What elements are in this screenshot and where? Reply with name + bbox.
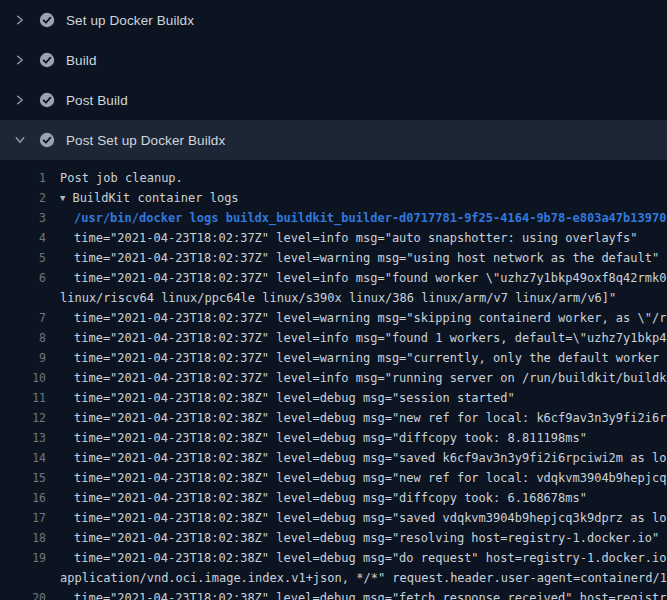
step-header-setup-docker-buildx[interactable]: Set up Docker Buildx (0, 0, 667, 40)
line-number[interactable]: 3 (0, 208, 46, 228)
step-title: Post Build (66, 93, 128, 108)
log-line: 8 time="2021-04-23T18:02:37Z" level=info… (0, 328, 667, 348)
chevron-right-icon[interactable] (12, 52, 28, 68)
line-number[interactable]: 8 (0, 328, 46, 348)
log-text: time="2021-04-23T18:02:38Z" level=debug … (74, 468, 667, 488)
chevron-down-icon[interactable] (12, 132, 28, 148)
line-number[interactable]: 16 (0, 488, 46, 508)
log-line: 10 time="2021-04-23T18:02:37Z" level=inf… (0, 368, 667, 388)
log-text: time="2021-04-23T18:02:38Z" level=debug … (74, 488, 587, 508)
log-text: application/vnd.oci.image.index.v1+json,… (60, 568, 667, 588)
step-title: Build (66, 53, 97, 68)
step-header-build[interactable]: Build (0, 40, 667, 80)
line-number[interactable]: 4 (0, 228, 46, 248)
line-number[interactable]: 9 (0, 348, 46, 368)
check-circle-icon (39, 132, 55, 148)
log-text: time="2021-04-23T18:02:37Z" level=info m… (74, 228, 638, 248)
log-line: 3 /usr/bin/docker logs buildx_buildkit_b… (0, 208, 667, 228)
chevron-right-icon[interactable] (12, 12, 28, 28)
check-circle-icon (39, 12, 55, 28)
chevron-right-icon[interactable] (12, 92, 28, 108)
log-text: time="2021-04-23T18:02:38Z" level=debug … (74, 588, 667, 600)
log-line: 20 time="2021-04-23T18:02:38Z" level=deb… (0, 588, 667, 600)
check-circle-icon (39, 92, 55, 108)
log-group-title[interactable]: BuildKit container logs (72, 191, 238, 205)
line-number[interactable] (0, 288, 46, 308)
log-text: time="2021-04-23T18:02:37Z" level=info m… (74, 268, 667, 288)
line-number[interactable]: 19 (0, 548, 46, 568)
log-line: 13 time="2021-04-23T18:02:38Z" level=deb… (0, 428, 667, 448)
log-line: 6 time="2021-04-23T18:02:37Z" level=info… (0, 268, 667, 288)
log-text: time="2021-04-23T18:02:38Z" level=debug … (74, 528, 659, 548)
log-line: 9 time="2021-04-23T18:02:37Z" level=warn… (0, 348, 667, 368)
log-line: 12 time="2021-04-23T18:02:38Z" level=deb… (0, 408, 667, 428)
line-number[interactable]: 1 (0, 168, 46, 188)
log-text: time="2021-04-23T18:02:38Z" level=debug … (74, 508, 667, 528)
check-circle-icon (39, 52, 55, 68)
line-number[interactable]: 5 (0, 248, 46, 268)
log-line: 18 time="2021-04-23T18:02:38Z" level=deb… (0, 528, 667, 548)
line-number[interactable]: 10 (0, 368, 46, 388)
log-text: time="2021-04-23T18:02:37Z" level=warnin… (74, 308, 667, 328)
log-text: ▼BuildKit container logs (60, 188, 239, 208)
log-text: time="2021-04-23T18:02:37Z" level=info m… (74, 328, 667, 348)
step-header-post-setup-docker-buildx[interactable]: Post Set up Docker Buildx (0, 120, 667, 160)
line-number[interactable]: 18 (0, 528, 46, 548)
step-header-post-build[interactable]: Post Build (0, 80, 667, 120)
log-line: application/vnd.oci.image.index.v1+json,… (0, 568, 667, 588)
log-line: 11 time="2021-04-23T18:02:38Z" level=deb… (0, 388, 667, 408)
log-line: 19 time="2021-04-23T18:02:38Z" level=deb… (0, 548, 667, 568)
line-number[interactable]: 11 (0, 388, 46, 408)
log-line: linux/riscv64 linux/ppc64le linux/s390x … (0, 288, 667, 308)
log-line: 2 ▼BuildKit container logs (0, 188, 667, 208)
line-number[interactable]: 20 (0, 588, 46, 600)
log-line: 17 time="2021-04-23T18:02:38Z" level=deb… (0, 508, 667, 528)
log-text: Post job cleanup. (60, 168, 183, 188)
log-line: 15 time="2021-04-23T18:02:38Z" level=deb… (0, 468, 667, 488)
log-text: time="2021-04-23T18:02:38Z" level=debug … (74, 388, 515, 408)
group-caret-icon[interactable]: ▼ (60, 188, 65, 208)
log-text: time="2021-04-23T18:02:37Z" level=warnin… (74, 348, 667, 368)
log-line: 5 time="2021-04-23T18:02:37Z" level=warn… (0, 248, 667, 268)
log-line: 14 time="2021-04-23T18:02:38Z" level=deb… (0, 448, 667, 468)
line-number[interactable]: 7 (0, 308, 46, 328)
log-text: time="2021-04-23T18:02:38Z" level=debug … (74, 428, 587, 448)
log-text: linux/riscv64 linux/ppc64le linux/s390x … (60, 288, 616, 308)
line-number[interactable]: 14 (0, 448, 46, 468)
log-line: 16 time="2021-04-23T18:02:38Z" level=deb… (0, 488, 667, 508)
log-text: time="2021-04-23T18:02:38Z" level=debug … (74, 548, 667, 568)
line-number[interactable]: 13 (0, 428, 46, 448)
line-number[interactable]: 2 (0, 188, 46, 208)
log-text: time="2021-04-23T18:02:38Z" level=debug … (74, 408, 667, 428)
log-line: 1 Post job cleanup. (0, 168, 667, 188)
log-text: time="2021-04-23T18:02:37Z" level=warnin… (74, 248, 659, 268)
line-number[interactable]: 6 (0, 268, 46, 288)
log-line: 4 time="2021-04-23T18:02:37Z" level=info… (0, 228, 667, 248)
log-text: time="2021-04-23T18:02:38Z" level=debug … (74, 448, 667, 468)
log-text: time="2021-04-23T18:02:37Z" level=info m… (74, 368, 667, 388)
step-title: Set up Docker Buildx (66, 13, 194, 28)
log-pane: 1 Post job cleanup. 2 ▼BuildKit containe… (0, 160, 667, 600)
line-number[interactable]: 17 (0, 508, 46, 528)
line-number[interactable]: 15 (0, 468, 46, 488)
step-title: Post Set up Docker Buildx (66, 133, 225, 148)
log-line: 7 time="2021-04-23T18:02:37Z" level=warn… (0, 308, 667, 328)
log-text: /usr/bin/docker logs buildx_buildkit_bui… (74, 208, 666, 228)
workflow-steps-list: Set up Docker Buildx Build Post Build Po… (0, 0, 667, 160)
line-number[interactable] (0, 568, 46, 588)
line-number[interactable]: 12 (0, 408, 46, 428)
